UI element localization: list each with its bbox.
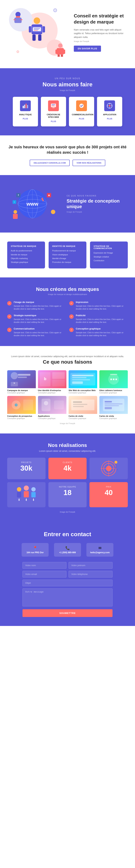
svg-rect-62: [11, 382, 18, 386]
service-card-application: APPLICATION PLUS: [97, 97, 122, 126]
form-email-input[interactable]: [23, 571, 66, 578]
svg-point-49: [14, 210, 17, 214]
strategie-columns-section: STRATÉGIE DE MARQUE Audit du positionnem…: [0, 232, 135, 277]
svg-rect-59: [18, 374, 30, 376]
portfolio-item-0[interactable]: b Campagne de marque Conception graphiqu…: [7, 370, 36, 394]
svg-rect-29: [52, 106, 55, 106]
form-telephone-input[interactable]: [69, 571, 112, 578]
form-nom-input[interactable]: [23, 562, 66, 569]
email-icon: ✉: [90, 546, 110, 550]
portfolio-thumb-5: [38, 396, 66, 414]
portfolio-item-4[interactable]: 🌐 Conception de prospectus Conception gr…: [7, 396, 36, 420]
svg-rect-113: [31, 492, 36, 497]
strat-item-identite-2: Identité d'image: [52, 257, 83, 260]
nous-aimons-title: Nous aimons faire: [7, 81, 128, 88]
stat-prix-label: PRIX: [93, 486, 124, 488]
portfolio-label-4: Conception de prospectus: [7, 415, 36, 417]
svg-rect-109: [17, 492, 21, 497]
form-prenom-input[interactable]: [69, 562, 112, 569]
portfolio-item-6[interactable]: Cartes de visite Conception graphique: [69, 396, 97, 420]
form-objet-input[interactable]: [23, 580, 112, 586]
ce-que-title: Ce que nous faisons: [7, 359, 128, 365]
strat-col-identite-title: IDENTITÉ DE MARQUE: [52, 245, 83, 247]
creons-title-5: Conception graphique: [76, 327, 128, 330]
service-link-application[interactable]: PLUS: [107, 118, 112, 120]
portfolio-item-5[interactable]: Applications Conception graphique: [38, 396, 66, 420]
service-link-analytique[interactable]: PLUS: [23, 118, 28, 120]
strat-col-marque: STRATÉGIE DE MARQUE Audit du positionnem…: [7, 242, 45, 269]
portfolio-item-7[interactable]: Cartes de visita Conception graphique: [99, 396, 128, 420]
stat-illustration-2: [7, 482, 46, 507]
portfolio-item-1[interactable]: b Une identité d'entreprise Conception g…: [38, 370, 66, 394]
gear-icon-2: ⚙: [16, 50, 20, 54]
form-name-row: [23, 562, 112, 569]
strat-col-communication: STRATÉGIE DE COMMUNICATION Expression de…: [90, 242, 128, 269]
creons-check-0: ✓: [7, 301, 11, 305]
svg-marker-118: [26, 499, 27, 500]
creons-title-4: Commercialisation: [14, 327, 66, 330]
nous-aimons-section: UN PEU SUR NOUS Nous aimons faire Image …: [0, 68, 135, 135]
hero-description: Nam venenatis cras sed felis eget velit …: [74, 28, 128, 39]
svg-rect-72: [72, 379, 90, 380]
svg-rect-3: [14, 20, 16, 20]
service-icon-creation: [48, 100, 59, 111]
contact-address-text: 164 rue PRG Dor: [25, 551, 45, 554]
svg-point-85: [44, 401, 48, 405]
svg-rect-18: [55, 50, 57, 54]
portfolio-label-7: Cartes de visita: [99, 415, 128, 417]
nous-creons-title: Nous créons des marques: [7, 286, 128, 292]
hero-content: Conseil en stratégie et design de marque…: [69, 13, 128, 52]
service-link-creation[interactable]: PLUS: [51, 120, 56, 122]
stat-projets-label: PROJETS: [11, 461, 42, 463]
nous-aimons-label: UN PEU SUR NOUS: [7, 77, 128, 80]
svg-rect-27: [52, 104, 55, 105]
location-icon: 📍: [25, 546, 45, 550]
hero-illustration: ⚙ ⚙: [7, 7, 69, 58]
email-button[interactable]: deli@agency-granville.com: [30, 160, 70, 166]
creons-body-5: Sample text. Click to select the text bo…: [76, 331, 128, 337]
svg-rect-22: [23, 106, 24, 108]
portfolio-label-2: Site Web de conception Web: [69, 389, 97, 392]
svg-point-104: [114, 461, 117, 464]
service-link-commercialisation[interactable]: PLUS: [79, 118, 84, 120]
svg-rect-89: [73, 404, 87, 405]
stat-illustration-1: [89, 458, 128, 479]
www-section: www f ▣ t CE QUE NOUS FAISONS: [0, 175, 135, 232]
svg-rect-96: [105, 407, 112, 409]
svg-point-99: [106, 466, 111, 471]
service-icon-commercialisation: [76, 100, 87, 111]
creons-item-2: ✓ Stratégie numérique Sample text. Click…: [7, 314, 66, 324]
portfolio-sublabel-2: Conception graphique: [69, 392, 97, 394]
portfolio-item-3[interactable]: ★★★ Gites calimero lumineux Conception g…: [99, 370, 128, 394]
portfolio-sublabel-3: Conception graphique: [99, 392, 128, 394]
hero-person-corner: [54, 42, 66, 58]
portfolio-label-0: Campagne de marque: [7, 389, 36, 392]
hero-cta-button[interactable]: EN SAVOIR PLUS: [74, 45, 101, 52]
creons-check-1: ✓: [69, 301, 74, 305]
form-submit-button[interactable]: SOUMETTRE: [23, 609, 112, 617]
creons-text-4: Commercialisation Sample text. Click to …: [14, 327, 66, 337]
nos-realisations-section: Nos réalisations Lorem ipsum dolor sit a…: [0, 433, 135, 522]
portfolio-grid: b Campagne de marque Conception graphiqu…: [7, 370, 128, 420]
form-message-input[interactable]: [23, 588, 112, 607]
creons-body-1: Sample text. Click to select the text bo…: [76, 305, 128, 310]
svg-text:f: f: [18, 194, 19, 196]
svg-point-5: [34, 18, 40, 24]
realisations-button[interactable]: voir nos réalisations: [73, 160, 105, 166]
portfolio-thumb-1: b: [38, 370, 66, 388]
strat-col-marque-title: STRATÉGIE DE MARQUE: [11, 245, 42, 247]
portfolio-sublabel-1: Conception graphique: [38, 392, 66, 394]
contact-email-text: hello@agency.com: [90, 551, 110, 554]
creons-grid: ✓ l'image de marque Sample text. Click t…: [7, 301, 128, 337]
svg-rect-90: [73, 406, 84, 407]
svg-rect-25: [27, 105, 28, 108]
portfolio-thumb-6: [69, 396, 97, 414]
svg-rect-88: [73, 401, 82, 403]
contact-email: ✉ hello@agency.com: [86, 543, 113, 557]
portfolio-item-2[interactable]: Site Web de conception Web Conception gr…: [69, 370, 97, 394]
svg-rect-9: [32, 34, 36, 41]
portfolio-thumb-0: b: [7, 370, 36, 388]
svg-rect-111: [24, 491, 29, 497]
service-icon-application: [104, 100, 115, 111]
service-card-commercialisation: COMMERCIALISATION PLUS: [69, 97, 94, 126]
